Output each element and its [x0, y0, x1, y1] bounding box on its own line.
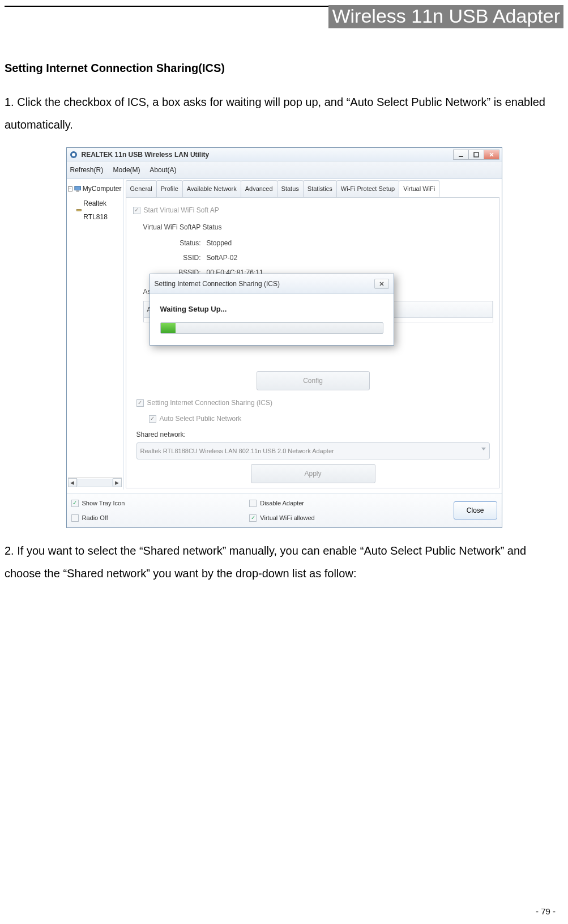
svg-rect-3 [474, 152, 479, 157]
status-key: Status: [167, 236, 201, 250]
config-button[interactable]: Config [257, 371, 370, 390]
progress-bar [160, 322, 383, 334]
app-title: REALTEK 11n USB Wireless LAN Utility [82, 148, 210, 161]
maximize-button[interactable] [468, 150, 484, 160]
checkbox-radio-off[interactable]: ✓Radio Off [71, 512, 125, 524]
checkbox-auto-select[interactable]: ✓ Auto Select Public Network [149, 412, 493, 425]
ssid-value: SoftAP-02 [207, 251, 238, 265]
svg-rect-8 [76, 209, 81, 211]
tabstrip: General Profile Available Network Advanc… [126, 180, 499, 197]
page-title: Wireless 11n USB Adapter [328, 5, 563, 28]
softap-status-group: Virtual WiFi SoftAP Status [143, 220, 493, 234]
checkbox-start-ap-label: Start Virtual WiFi Soft AP [144, 203, 219, 217]
tree-root[interactable]: − MyComputer [68, 182, 122, 195]
checkbox-start-ap[interactable]: ✓ Start Virtual WiFi Soft AP [133, 203, 493, 217]
tab-general[interactable]: General [126, 180, 157, 197]
ics-wait-dialog: Setting Internet Connection Sharing (ICS… [150, 274, 394, 346]
tree-root-label: MyComputer [83, 182, 122, 195]
paragraph-2: 2. If you want to select the “Shared net… [5, 539, 563, 585]
bottom-bar: ✓Show Tray Icon ✓Radio Off ✓Disable Adap… [67, 493, 502, 527]
radio-off-label: Radio Off [82, 512, 108, 524]
tab-advanced[interactable]: Advanced [241, 180, 277, 197]
adapter-icon [76, 206, 82, 214]
checkbox-icon: ✓ [133, 207, 140, 214]
tab-status[interactable]: Status [277, 180, 304, 197]
tab-statistics[interactable]: Statistics [303, 180, 337, 197]
scroll-right-button[interactable]: ▶ [113, 478, 122, 487]
expander-icon[interactable]: − [68, 186, 72, 191]
svg-rect-7 [76, 190, 79, 191]
tab-virtual-wifi[interactable]: Virtual WiFi [399, 180, 439, 197]
show-tray-label: Show Tray Icon [82, 497, 125, 509]
menu-bar: Refresh(R) Mode(M) About(A) [67, 161, 502, 179]
paragraph-1: 1. Click the checkbox of ICS, a box asks… [5, 91, 563, 136]
minimize-button[interactable] [453, 150, 469, 160]
svg-rect-2 [459, 156, 463, 157]
app-window: REALTEK 11n USB Wireless LAN Utility Ref… [66, 147, 502, 528]
checkbox-icon: ✓ [149, 415, 156, 423]
tree-child-label: Realtek RTL818 [83, 197, 121, 224]
tree-child[interactable]: Realtek RTL818 [76, 197, 122, 224]
ssid-key: SSID: [167, 251, 201, 265]
tree-pane: − MyComputer Realtek RTL818 ◀ ▶ [67, 179, 123, 489]
app-icon [69, 150, 78, 159]
shared-network-dropdown[interactable]: Realtek RTL8188CU Wireless LAN 802.11n U… [136, 442, 490, 459]
title-bar: REALTEK 11n USB Wireless LAN Utility [67, 148, 502, 161]
computer-icon [74, 185, 81, 193]
svg-rect-6 [74, 186, 80, 190]
dialog-title: Setting Internet Connection Sharing (ICS… [155, 277, 280, 291]
svg-point-1 [72, 153, 75, 156]
checkbox-vwifi-allowed[interactable]: ✓Virtual WiFi allowed [249, 512, 314, 524]
disable-adapter-label: Disable Adapter [260, 497, 304, 509]
checkbox-show-tray[interactable]: ✓Show Tray Icon [71, 497, 125, 509]
wait-text: Waiting Setup Up... [160, 302, 383, 317]
tab-available-network[interactable]: Available Network [182, 180, 241, 197]
scroll-track[interactable] [77, 479, 113, 487]
checkbox-auto-select-label: Auto Select Public Network [160, 412, 242, 425]
vwifi-allowed-label: Virtual WiFi allowed [260, 512, 314, 524]
menu-mode[interactable]: Mode(M) [113, 166, 140, 174]
menu-about[interactable]: About(A) [150, 166, 176, 174]
checkbox-disable-adapter[interactable]: ✓Disable Adapter [249, 497, 314, 509]
close-window-button[interactable] [484, 150, 499, 160]
shared-network-label: Shared network: [136, 428, 493, 441]
page-number: - 79 - [536, 906, 556, 916]
section-heading: Setting Internet Connection Sharing(ICS) [5, 57, 563, 79]
menu-refresh[interactable]: Refresh(R) [70, 166, 104, 174]
status-value: Stopped [207, 236, 232, 250]
checkbox-ics-label: Setting Internet Connection Sharing (ICS… [147, 396, 272, 410]
scroll-left-button[interactable]: ◀ [68, 478, 77, 487]
checkbox-ics[interactable]: ✓ Setting Internet Connection Sharing (I… [136, 396, 493, 410]
apply-button[interactable]: Apply [251, 464, 375, 483]
tab-profile[interactable]: Profile [156, 180, 183, 197]
tab-wps[interactable]: Wi-Fi Protect Setup [336, 180, 399, 197]
dialog-close-button[interactable] [374, 279, 389, 289]
checkbox-icon: ✓ [136, 399, 144, 407]
progress-fill [161, 323, 176, 333]
close-button[interactable]: Close [454, 501, 497, 520]
